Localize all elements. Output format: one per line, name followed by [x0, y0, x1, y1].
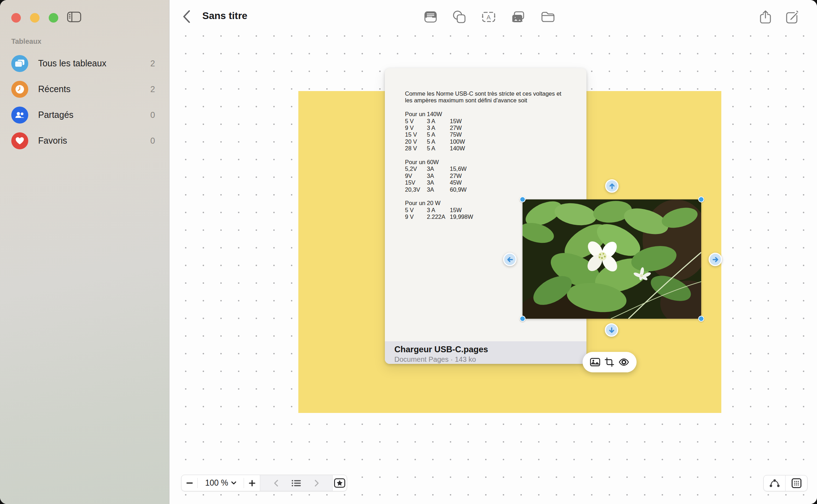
preview-eye-icon[interactable] — [619, 358, 629, 366]
sidebar-item-label: Récents — [38, 84, 150, 94]
sidebar-item-count: 0 — [150, 136, 155, 146]
recents-clock-icon — [11, 81, 28, 98]
zoom-level-value: 100 % — [205, 478, 228, 488]
starred-frame-icon[interactable] — [333, 475, 347, 491]
image-tools-popover — [583, 352, 637, 372]
header-bar: Sans titre — [169, 0, 817, 34]
board-navigation-segment — [260, 475, 333, 491]
zoom-window-button[interactable] — [49, 13, 58, 23]
view-controls — [763, 475, 807, 491]
arrow-down-icon[interactable] — [605, 323, 618, 337]
zoom-in-plus-icon[interactable] — [244, 475, 260, 491]
arrow-up-icon[interactable] — [605, 179, 619, 193]
power-table-60w: Pour un60W 5,2V3A15,6W 9V3A27W 15V3A45W … — [405, 159, 574, 193]
resize-handle-bottom-right[interactable] — [698, 316, 704, 322]
sidebar-item-favorites[interactable]: Favoris 0 — [5, 128, 164, 154]
dot-grid-icon[interactable] — [785, 475, 807, 491]
file-card-footer: Chargeur USB-C.pages Document Pages · 14… — [385, 341, 586, 364]
files-folder-icon[interactable] — [541, 12, 555, 22]
sidebar-item-recents[interactable]: Récents 2 — [5, 76, 164, 102]
resize-handle-top-right[interactable] — [698, 197, 704, 203]
sidebar: Tableaux Tous les tableaux 2 — [0, 0, 169, 504]
arrow-right-icon[interactable] — [709, 253, 722, 266]
sidebar-item-label: Tous les tableaux — [38, 58, 150, 68]
resize-handle-bottom-left[interactable] — [520, 316, 526, 322]
file-name: Chargeur USB-C.pages — [394, 344, 586, 354]
favorites-heart-icon — [11, 132, 28, 149]
page-title: Sans titre — [202, 10, 248, 22]
media-icon[interactable] — [512, 11, 525, 23]
shapes-icon[interactable] — [453, 11, 466, 23]
sidebar-item-label: Partagés — [38, 110, 150, 120]
crop-icon[interactable] — [605, 358, 614, 367]
sidebar-item-count: 2 — [150, 59, 155, 68]
text-box-icon[interactable]: A — [482, 12, 495, 22]
canvas-area[interactable]: Comme les Norme USB-C sont très stricte … — [169, 0, 817, 504]
zoom-out-minus-icon[interactable] — [181, 475, 197, 491]
connection-lines-icon[interactable] — [764, 475, 785, 491]
sidebar-item-count: 0 — [150, 110, 155, 120]
minimize-window-button[interactable] — [30, 13, 40, 23]
sidebar-item-shared[interactable]: Partagés 0 — [5, 102, 164, 128]
next-board-icon[interactable] — [315, 480, 319, 487]
flower-photo[interactable] — [523, 199, 701, 319]
resize-handle-top-left[interactable] — [520, 197, 526, 203]
chevron-down-icon — [231, 481, 236, 485]
arrow-left-icon[interactable] — [503, 253, 517, 266]
previous-board-icon[interactable] — [274, 480, 278, 487]
sidebar-toggle-icon[interactable] — [67, 12, 81, 23]
sticky-note-icon[interactable] — [424, 11, 437, 23]
bottom-toolbar: 100 % — [181, 475, 347, 491]
svg-text:A: A — [487, 14, 491, 21]
insert-toolbar: A — [424, 0, 555, 34]
zoom-level-dropdown[interactable]: 100 % — [198, 475, 244, 491]
all-boards-icon — [11, 55, 28, 72]
shared-people-icon — [11, 107, 28, 124]
sidebar-list: Tous les tableaux 2 Récents 2 — [5, 50, 164, 154]
sidebar-item-all-boards[interactable]: Tous les tableaux 2 — [5, 50, 164, 76]
board-list-icon[interactable] — [292, 480, 301, 487]
traffic-lights — [11, 13, 58, 23]
freeform-window: Tableaux Tous les tableaux 2 — [0, 0, 817, 504]
sidebar-item-label: Favoris — [38, 136, 150, 146]
close-window-button[interactable] — [11, 13, 21, 23]
new-board-icon[interactable] — [786, 10, 799, 24]
power-table-140w: Pour un140W 5 V3 A15W 9 V3 A27W 15 V5 A7… — [405, 111, 574, 152]
sidebar-item-count: 2 — [150, 84, 155, 94]
window-actions — [760, 0, 799, 34]
replace-image-icon[interactable] — [590, 358, 600, 366]
file-meta: Document Pages · 143 ko — [394, 355, 586, 364]
share-icon[interactable] — [760, 10, 771, 24]
sidebar-section-title: Tableaux — [11, 37, 41, 46]
back-chevron-icon[interactable] — [179, 9, 193, 25]
